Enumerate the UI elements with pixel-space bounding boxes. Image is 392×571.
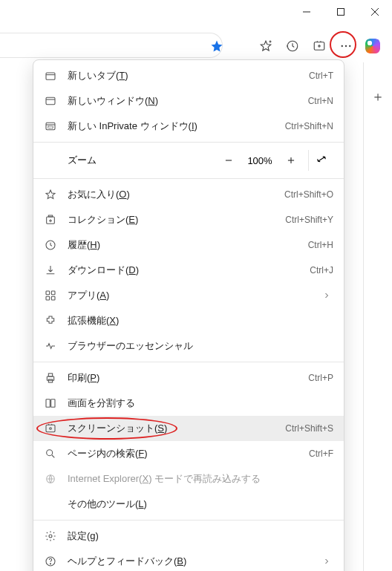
zoom-in-button[interactable] xyxy=(278,150,304,171)
sidebar-add-button[interactable]: ＋ xyxy=(371,88,385,105)
screenshot-icon xyxy=(44,422,57,435)
screenshot-toolbar-icon[interactable] xyxy=(306,33,333,59)
menu-new-window[interactable]: 新しいウィンドウ(N) Ctrl+N xyxy=(33,88,344,114)
svg-line-35 xyxy=(52,455,54,457)
svg-rect-28 xyxy=(48,373,52,376)
copilot-icon[interactable] xyxy=(359,33,386,59)
fullscreen-button[interactable] xyxy=(308,150,333,171)
menu-shortcut: Ctrl+J xyxy=(310,265,333,275)
svg-rect-23 xyxy=(46,291,50,295)
svg-rect-24 xyxy=(51,291,55,295)
search-icon xyxy=(44,447,57,460)
svg-rect-1 xyxy=(338,9,344,16)
split-icon xyxy=(44,397,57,410)
apps-icon xyxy=(44,289,57,302)
zoom-out-button[interactable] xyxy=(216,150,241,171)
svg-rect-31 xyxy=(51,399,55,408)
svg-point-11 xyxy=(349,45,350,47)
menu-collections[interactable]: コレクション(E) Ctrl+Shift+Y xyxy=(33,207,344,232)
menu-label: 設定(g) xyxy=(68,529,333,543)
download-icon xyxy=(44,264,57,277)
browser-toolbar xyxy=(0,31,392,61)
menu-shortcut: Ctrl+N xyxy=(308,96,333,106)
svg-point-9 xyxy=(342,45,343,47)
svg-rect-30 xyxy=(46,399,50,408)
star-icon xyxy=(44,188,57,201)
chevron-right-icon xyxy=(320,555,333,568)
menu-label: コレクション(E) xyxy=(68,213,276,226)
window-minimize-button[interactable] xyxy=(290,0,324,24)
zoom-label: ズーム xyxy=(68,154,216,167)
menu-label: ダウンロード(D) xyxy=(68,264,301,277)
menu-label: ブラウザーのエッセンシャル xyxy=(68,339,333,353)
svg-point-37 xyxy=(49,535,52,538)
menu-apps[interactable]: アプリ(A) xyxy=(33,283,344,308)
menu-new-tab[interactable]: 新しいタブ(T) Ctrl+T xyxy=(33,63,344,88)
menu-label: 新しい InPrivate ウィンドウ(I) xyxy=(68,120,276,133)
svg-rect-32 xyxy=(46,425,55,431)
menu-shortcut: Ctrl+F xyxy=(309,448,333,459)
chevron-right-icon xyxy=(320,289,333,302)
menu-essentials[interactable]: ブラウザーのエッセンシャル xyxy=(33,333,344,359)
svg-point-10 xyxy=(345,45,347,47)
svg-point-33 xyxy=(50,428,52,430)
menu-shortcut: Ctrl+Shift+Y xyxy=(285,215,333,225)
menu-label: ページ内の検索(F) xyxy=(68,447,300,460)
window-close-button[interactable] xyxy=(358,0,392,24)
svg-rect-7 xyxy=(314,42,324,50)
menu-shortcut: Ctrl+Shift+N xyxy=(285,121,333,131)
history-icon[interactable] xyxy=(279,33,306,59)
svg-rect-13 xyxy=(46,97,55,104)
menu-extensions[interactable]: 拡張機能(X) xyxy=(33,308,344,333)
menu-separator xyxy=(33,178,344,179)
menu-shortcut: Ctrl+Shift+S xyxy=(285,423,333,434)
menu-shortcut: Ctrl+T xyxy=(309,71,333,81)
svg-rect-15 xyxy=(48,126,53,128)
window-maximize-button[interactable] xyxy=(324,0,358,24)
menu-label: 履歴(H) xyxy=(68,238,299,252)
collections-icon xyxy=(44,213,57,226)
menu-more-tools[interactable]: その他のツール(L) xyxy=(33,492,344,517)
menu-separator xyxy=(33,142,344,143)
gear-icon xyxy=(44,529,57,543)
inprivate-icon xyxy=(44,120,57,133)
menu-label: 新しいウィンドウ(N) xyxy=(68,94,299,108)
menu-screenshot[interactable]: スクリーンショット(S) Ctrl+Shift+S xyxy=(33,416,344,441)
svg-point-39 xyxy=(50,564,50,564)
menu-label: 拡張機能(X) xyxy=(68,314,333,327)
menu-print[interactable]: 印刷(P) Ctrl+P xyxy=(33,365,344,391)
help-icon xyxy=(44,555,57,568)
svg-rect-29 xyxy=(48,379,52,382)
menu-shortcut: Ctrl+H xyxy=(308,240,333,250)
menu-separator xyxy=(33,520,344,521)
options-button[interactable] xyxy=(333,33,359,59)
menu-label: ヘルプとフィードバック(B) xyxy=(68,555,320,568)
heartbeat-icon xyxy=(44,339,57,353)
menu-label: スクリーンショット(S) xyxy=(68,422,276,435)
menu-label: お気に入り(O) xyxy=(68,188,275,201)
menu-split-screen[interactable]: 画面を分割する xyxy=(33,391,344,416)
menu-label: アプリ(A) xyxy=(68,289,320,302)
window-icon xyxy=(44,94,57,108)
svg-rect-12 xyxy=(46,73,55,79)
menu-zoom-row: ズーム 100% xyxy=(33,146,344,175)
menu-ie-mode: Internet Explorer(X) モードで再読み込みする xyxy=(33,466,344,492)
menu-downloads[interactable]: ダウンロード(D) Ctrl+J xyxy=(33,258,344,283)
menu-label: その他のツール(L) xyxy=(68,497,320,511)
ie-icon xyxy=(44,472,57,486)
menu-label: 新しいタブ(T) xyxy=(68,69,300,82)
menu-label: Internet Explorer(X) モードで再読み込みする xyxy=(68,472,333,486)
svg-point-8 xyxy=(318,45,320,47)
menu-label: 画面を分割する xyxy=(68,397,333,410)
favorite-star-icon[interactable] xyxy=(203,33,230,59)
menu-settings[interactable]: 設定(g) xyxy=(33,523,344,549)
menu-find[interactable]: ページ内の検索(F) Ctrl+F xyxy=(33,441,344,466)
menu-help[interactable]: ヘルプとフィードバック(B) xyxy=(33,549,344,571)
settings-menu: 新しいタブ(T) Ctrl+T 新しいウィンドウ(N) Ctrl+N 新しい I… xyxy=(33,59,344,571)
add-favorite-icon[interactable] xyxy=(252,33,279,59)
tab-icon xyxy=(44,69,57,82)
menu-new-inprivate[interactable]: 新しい InPrivate ウィンドウ(I) Ctrl+Shift+N xyxy=(33,114,344,139)
svg-point-34 xyxy=(47,450,53,456)
menu-history[interactable]: 履歴(H) Ctrl+H xyxy=(33,232,344,258)
menu-favorites[interactable]: お気に入り(O) Ctrl+Shift+O xyxy=(33,182,344,207)
